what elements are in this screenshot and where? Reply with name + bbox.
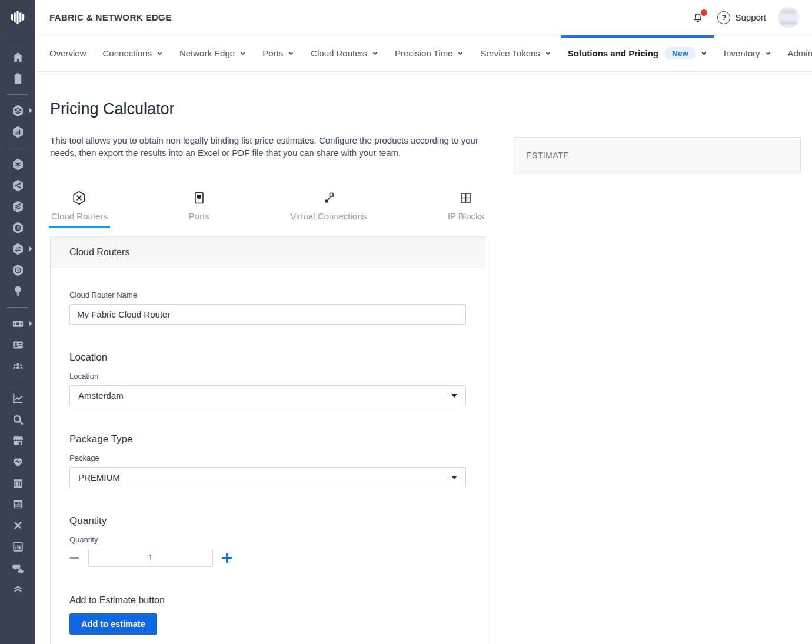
nav-label: Inventory <box>724 48 760 58</box>
product-tabs: Cloud Routers Ports Virtual Connections <box>50 190 485 228</box>
tab-ip-blocks[interactable]: IP Blocks <box>447 190 485 228</box>
nav-label: Ports <box>262 48 283 58</box>
quantity-section-heading: Quantity <box>69 515 466 527</box>
nav-item-service-tokens[interactable]: Service Tokens <box>472 35 559 71</box>
sidebar-item-precision-time[interactable] <box>0 259 35 281</box>
sidebar-item-internet-access[interactable] <box>0 217 35 238</box>
quantity-input[interactable] <box>88 549 213 567</box>
user-avatar[interactable] <box>778 7 799 28</box>
ip-blocks-icon <box>458 190 474 206</box>
nav-item-solutions-and-pricing[interactable]: Solutions and Pricing New <box>560 35 716 71</box>
sidebar-divider <box>7 148 28 148</box>
caret-down-icon <box>451 476 457 479</box>
equinix-logo[interactable] <box>0 0 35 35</box>
caret-down-icon <box>451 394 457 398</box>
nav-item-connections[interactable]: Connections <box>95 35 171 71</box>
package-select[interactable]: PREMIUM <box>69 467 466 488</box>
flyout-arrow-icon <box>29 108 32 113</box>
active-tab-underline <box>49 226 110 228</box>
payment-icon <box>11 317 25 331</box>
sidebar-item-connections[interactable] <box>0 175 35 196</box>
sidebar-item-health[interactable] <box>0 451 35 472</box>
sidebar-item-search[interactable] <box>0 409 35 430</box>
heart-pulse-icon <box>11 455 25 469</box>
support-button[interactable]: ? Support <box>717 11 766 24</box>
chevron-down-icon <box>239 50 246 56</box>
calculator-column: Pricing Calculator This tool allows you … <box>50 100 485 644</box>
notifications-button[interactable] <box>691 11 705 25</box>
quantity-label: Quantity <box>69 535 466 544</box>
sidebar-item-reports[interactable] <box>0 536 35 557</box>
id-card-icon <box>11 338 25 352</box>
help-icon: ? <box>717 11 730 24</box>
sidebar-item-federal[interactable] <box>0 472 35 493</box>
sidebar-item-home[interactable] <box>0 46 35 68</box>
users-icon <box>11 359 25 373</box>
nav-label: Service Tokens <box>480 48 540 58</box>
tab-cloud-routers[interactable]: Cloud Routers <box>50 190 109 228</box>
nav-item-ports[interactable]: Ports <box>254 35 302 71</box>
sidebar-item-billing[interactable] <box>0 313 35 334</box>
sidebar-item-account[interactable] <box>0 334 35 355</box>
sidebar-divider <box>7 307 28 308</box>
sidebar-item-network-edge[interactable] <box>0 196 35 217</box>
active-nav-indicator <box>561 35 714 38</box>
cloud-router-name-input[interactable] <box>69 304 466 325</box>
quantity-increase-button[interactable] <box>222 553 232 563</box>
sidebar-item-marketplace[interactable] <box>0 430 35 451</box>
nav-item-overview[interactable]: Overview <box>41 35 95 71</box>
tools-icon <box>11 519 25 532</box>
nav-label: Precision Time <box>395 48 452 58</box>
tab-virtual-connections[interactable]: Virtual Connections <box>289 190 368 228</box>
sidebar-item-more[interactable] <box>0 578 35 599</box>
double-chevron-up-icon <box>11 582 25 596</box>
nav-item-network-edge[interactable]: Network Edge <box>171 35 254 71</box>
sidebar-item-users[interactable] <box>0 355 35 376</box>
nav-item-cloud-routers[interactable]: Cloud Routers <box>302 35 387 71</box>
header-actions: ? Support <box>691 7 799 28</box>
sidebar-item-analytics[interactable] <box>0 121 35 142</box>
chevron-down-icon <box>372 50 378 56</box>
tab-ports[interactable]: Ports <box>188 190 211 228</box>
estimate-panel: ESTIMATE <box>514 137 801 173</box>
transfer-hexagon-icon <box>11 242 25 256</box>
tab-label: Virtual Connections <box>290 211 367 221</box>
sidebar-item-insights[interactable] <box>0 388 35 409</box>
sidebar-item-fabric[interactable] <box>0 154 35 175</box>
nav-item-inventory[interactable]: Inventory <box>716 35 780 71</box>
sidebar-item-solutions[interactable] <box>0 281 35 302</box>
sidebar-item-news[interactable] <box>0 493 35 515</box>
package-section-heading: Package Type <box>69 433 466 445</box>
sidebar-item-orders[interactable] <box>0 68 35 89</box>
nav-item-administration[interactable]: Administration <box>780 35 812 71</box>
page-title: Pricing Calculator <box>50 100 485 118</box>
lightbulb-icon <box>11 285 25 298</box>
quantity-stepper <box>69 549 466 567</box>
sidebar <box>0 0 35 644</box>
network-hexagon-icon <box>11 158 25 171</box>
nav-item-precision-time[interactable]: Precision Time <box>387 35 472 71</box>
line-chart-icon <box>11 392 25 405</box>
sidebar-item-tools[interactable] <box>0 515 35 536</box>
main-content: Pricing Calculator This tool allows you … <box>35 72 812 644</box>
cloud-router-name-label: Cloud Router Name <box>69 291 466 299</box>
location-section-heading: Location <box>69 352 466 363</box>
sidebar-item-network-layers[interactable] <box>0 100 35 121</box>
quantity-decrease-button[interactable] <box>69 557 79 559</box>
chevron-down-icon <box>765 50 771 56</box>
location-select[interactable]: Amsterdam <box>69 385 466 406</box>
panel-title: Cloud Routers <box>51 237 485 268</box>
panel-body: Cloud Router Name Location Location Amst… <box>51 268 485 644</box>
layers-hexagon-icon <box>11 104 25 118</box>
add-to-estimate-button[interactable]: Add to estimate <box>69 613 157 635</box>
location-label: Location <box>69 372 466 381</box>
tab-label: Ports <box>189 211 209 221</box>
nav-label: Cloud Routers <box>311 48 367 58</box>
sidebar-item-feedback[interactable] <box>0 557 35 578</box>
location-select-value: Amsterdam <box>78 391 124 401</box>
columns-icon <box>11 476 25 490</box>
share-hexagon-icon <box>11 179 25 192</box>
nav-label: Overview <box>49 48 86 58</box>
sidebar-item-transfer[interactable] <box>0 238 35 259</box>
equinix-logo-icon <box>8 8 28 28</box>
